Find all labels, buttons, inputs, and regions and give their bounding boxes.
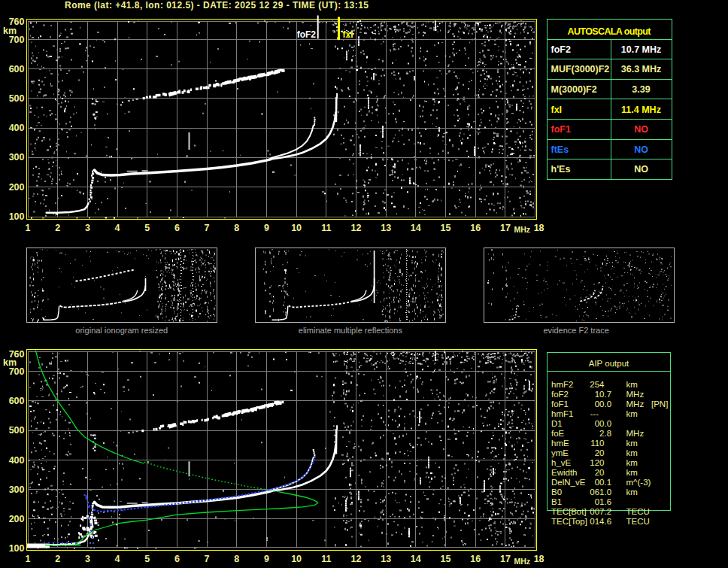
svg-text:14: 14	[411, 554, 421, 564]
svg-text:400: 400	[9, 123, 25, 133]
svg-text:km: km	[3, 357, 17, 368]
svg-text:B0: B0	[551, 488, 562, 497]
svg-text:500: 500	[9, 93, 25, 104]
svg-text:D1: D1	[551, 419, 563, 428]
svg-text:3: 3	[85, 554, 90, 564]
svg-text:foF2: foF2	[551, 44, 571, 55]
svg-text:AIP output: AIP output	[589, 359, 629, 368]
svg-text:fxI: fxI	[343, 29, 353, 40]
svg-text:km: km	[626, 448, 638, 457]
svg-text:300: 300	[9, 152, 25, 163]
svg-text:km: km	[3, 26, 17, 36]
svg-text:.6: .6	[605, 497, 612, 506]
svg-text:km: km	[626, 439, 638, 448]
svg-text:original ionogram resized: original ionogram resized	[75, 326, 168, 335]
svg-text:NO: NO	[634, 164, 648, 175]
svg-text:4: 4	[115, 223, 120, 233]
svg-text:TECU: TECU	[626, 517, 650, 526]
svg-text:.2: .2	[605, 507, 612, 516]
svg-text:km: km	[626, 409, 638, 418]
svg-text:km: km	[626, 380, 638, 389]
svg-text:MHz: MHz	[626, 390, 645, 399]
svg-text:100: 100	[9, 543, 25, 554]
svg-text:hmE: hmE	[551, 439, 569, 448]
svg-text:3: 3	[85, 223, 90, 233]
svg-text:11: 11	[321, 554, 331, 564]
svg-text:200: 200	[9, 514, 25, 524]
svg-text:120: 120	[590, 458, 604, 467]
svg-text:m^(-3): m^(-3)	[626, 478, 651, 487]
svg-text:12: 12	[351, 223, 362, 233]
svg-text:15: 15	[441, 223, 451, 233]
svg-text:hmF1: hmF1	[551, 409, 573, 418]
svg-text:200: 200	[9, 182, 25, 193]
svg-text:foF2: foF2	[551, 390, 569, 399]
svg-text:MHz: MHz	[514, 557, 531, 566]
svg-text:1: 1	[26, 223, 31, 233]
svg-text:01: 01	[595, 497, 605, 506]
svg-text:km: km	[626, 468, 638, 477]
svg-text:TEC[Top]: TEC[Top]	[551, 517, 587, 526]
svg-text:10: 10	[595, 390, 605, 399]
svg-text:NO: NO	[634, 144, 648, 155]
svg-text:TECU: TECU	[626, 507, 650, 516]
svg-text:6: 6	[174, 223, 180, 233]
svg-text:foF1: foF1	[551, 399, 569, 409]
svg-text:7: 7	[205, 223, 210, 233]
svg-text:00: 00	[595, 399, 605, 409]
svg-text:TEC[Bot]: TEC[Bot]	[551, 507, 587, 516]
svg-text:15: 15	[441, 554, 451, 564]
svg-text:5: 5	[144, 223, 150, 233]
svg-text:12: 12	[351, 554, 362, 564]
svg-text:00: 00	[595, 419, 605, 428]
svg-text:9: 9	[264, 223, 269, 233]
svg-text:MUF(3000)F2: MUF(3000)F2	[551, 64, 610, 74]
svg-text:2: 2	[55, 223, 60, 233]
svg-text:.0: .0	[605, 488, 612, 497]
svg-text:.6: .6	[605, 517, 612, 526]
svg-text:.0: .0	[605, 399, 612, 409]
svg-text:007: 007	[590, 507, 604, 516]
svg-text:10.7 MHz: 10.7 MHz	[621, 44, 662, 55]
svg-text:2: 2	[55, 554, 60, 564]
svg-text:Ewidth: Ewidth	[551, 468, 578, 477]
svg-text:h'Es: h'Es	[551, 164, 571, 175]
svg-text:4: 4	[115, 554, 120, 564]
svg-text:eliminate multiple reflections: eliminate multiple reflections	[299, 326, 403, 335]
svg-text:foE: foE	[551, 429, 565, 438]
svg-text:11.4 MHz: 11.4 MHz	[621, 105, 661, 115]
svg-text:DelN_vE: DelN_vE	[551, 478, 586, 487]
svg-text:061: 061	[590, 488, 604, 497]
svg-text:100: 100	[9, 211, 25, 222]
svg-text:8: 8	[234, 223, 239, 233]
svg-text:110: 110	[590, 439, 604, 448]
svg-text:km: km	[626, 458, 638, 467]
svg-text:18: 18	[534, 554, 544, 564]
svg-text:300: 300	[9, 484, 25, 495]
svg-text:.8: .8	[605, 429, 612, 438]
svg-text:M(3000)F2: M(3000)F2	[551, 84, 597, 95]
svg-text:400: 400	[9, 455, 25, 466]
svg-text:MHz: MHz	[626, 429, 645, 438]
svg-text:13: 13	[381, 223, 391, 233]
svg-text:10: 10	[291, 554, 302, 564]
svg-text:17: 17	[500, 554, 511, 564]
svg-text:14: 14	[411, 223, 421, 233]
svg-text:---: ---	[590, 409, 599, 418]
svg-text:6: 6	[174, 554, 180, 564]
svg-text:600: 600	[9, 64, 25, 74]
svg-text:fxI: fxI	[551, 105, 563, 115]
svg-text:20: 20	[595, 448, 605, 457]
svg-text:17: 17	[500, 223, 511, 233]
svg-text:600: 600	[9, 396, 25, 406]
svg-text:8: 8	[234, 554, 239, 564]
svg-text:evidence F2 trace: evidence F2 trace	[543, 326, 608, 335]
svg-text:MHz: MHz	[626, 399, 645, 409]
svg-text:16: 16	[470, 554, 481, 564]
svg-text:10: 10	[291, 223, 302, 233]
svg-text:16: 16	[470, 223, 481, 233]
svg-text:014: 014	[590, 517, 605, 526]
svg-text:.1: .1	[605, 478, 612, 487]
svg-text:18: 18	[534, 223, 544, 233]
svg-text:11: 11	[321, 223, 331, 233]
